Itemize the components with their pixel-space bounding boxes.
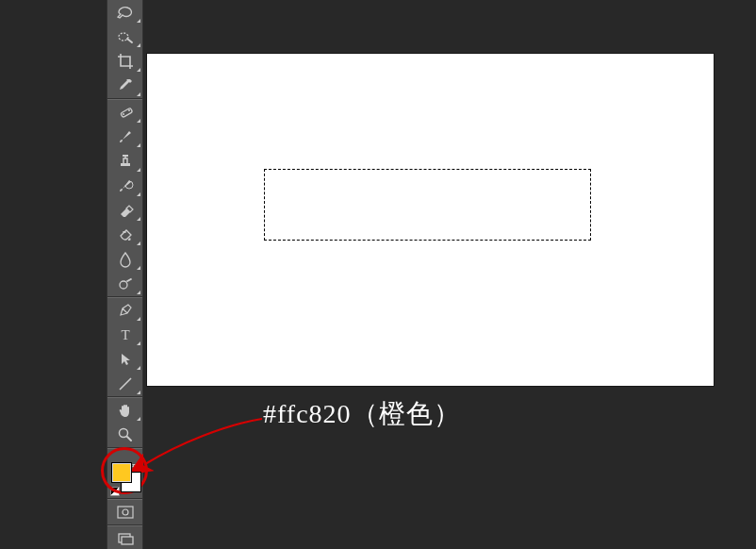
clone-stamp-tool[interactable] [107,149,142,174]
eyedropper-tool[interactable] [107,74,142,98]
svg-rect-13 [118,507,133,518]
svg-rect-4 [121,163,130,166]
svg-line-10 [120,378,131,390]
annotation-arrow [132,415,273,481]
svg-point-3 [128,109,130,111]
quick-selection-tool[interactable] [107,25,142,49]
quick-mask-toggle[interactable] [107,500,142,524]
pen-tool[interactable] [107,298,142,323]
color-picker: ⇄ [107,458,142,498]
text-tool[interactable]: T [107,323,142,347]
screen-mode-toggle[interactable] [107,526,142,549]
svg-line-12 [127,437,131,441]
svg-rect-8 [125,278,131,283]
svg-point-11 [119,429,127,438]
healing-brush-tool[interactable] [107,100,142,125]
svg-rect-16 [122,537,133,544]
default-colors-icon[interactable] [110,487,120,496]
eraser-tool[interactable] [107,198,142,223]
line-tool[interactable] [107,372,142,396]
svg-rect-5 [123,155,128,157]
hand-tool[interactable] [107,398,142,423]
svg-point-2 [123,113,124,115]
brush-tool[interactable] [107,125,142,149]
svg-text:T: T [121,327,129,342]
blur-tool[interactable] [107,247,142,272]
lasso-tool[interactable] [107,0,142,25]
tools-panel: T ⇄ [107,0,143,549]
crop-tool[interactable] [107,49,142,74]
document-canvas[interactable] [147,54,714,386]
svg-rect-1 [120,108,132,117]
zoom-tool[interactable] [107,423,142,447]
svg-point-14 [123,509,128,515]
foreground-color-swatch[interactable] [111,462,132,483]
marquee-selection [264,169,591,241]
annotation-label: #ffc820（橙色） [263,396,461,432]
swap-colors-icon[interactable]: ⇄ [132,460,140,470]
gradient-tool[interactable] [107,223,142,247]
dodge-tool[interactable] [107,272,142,296]
svg-point-7 [120,281,127,289]
path-selection-tool[interactable] [107,347,142,372]
svg-point-6 [123,231,126,233]
history-brush-tool[interactable] [107,174,142,198]
